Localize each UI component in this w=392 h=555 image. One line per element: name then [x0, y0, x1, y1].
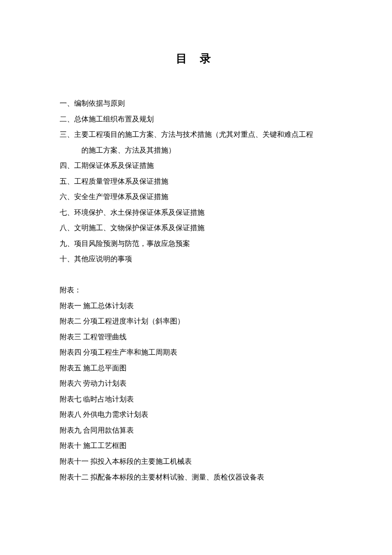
appendix-item-3: 附表三 工程管理曲线: [60, 330, 332, 345]
appendix-item-2: 附表二 分项工程进度率计划（斜率图）: [60, 314, 332, 330]
page-title: 目 录: [60, 51, 332, 66]
appendix-item-11: 附表十一 拟投入本标段的主要施工机械表: [60, 454, 332, 470]
toc-item-5: 五、工程质量管理体系及保证措施: [60, 174, 332, 190]
toc-item-4: 四、工期保证体系及保证措施: [60, 158, 332, 174]
toc-item-3-line2: 的施工方案、方法及其措施）: [60, 143, 332, 159]
toc-item-6: 六、安全生产管理体系及保证措施: [60, 189, 332, 205]
appendix-item-9: 附表九 合同用款估算表: [60, 423, 332, 439]
appendix-item-7: 附表七 临时占地计划表: [60, 392, 332, 408]
appendix-item-6: 附表六 劳动力计划表: [60, 376, 332, 392]
toc-item-7: 七、环境保护、水土保持保证体系及保证措施: [60, 205, 332, 221]
toc-item-1: 一、编制依据与原则: [60, 96, 332, 112]
toc-item-8: 八、文明施工、文物保护保证体系及保证措施: [60, 220, 332, 236]
section-separator: [60, 267, 332, 283]
appendix-item-12: 附表十二 拟配备本标段的主要材料试验、测量、质检仪器设备表: [60, 470, 332, 486]
toc-item-10: 十、其他应说明的事项: [60, 251, 332, 267]
toc-item-9: 九、项目风险预测与防范，事故应急预案: [60, 236, 332, 252]
appendix-item-5: 附表五 施工总平面图: [60, 361, 332, 376]
appendix-item-10: 附表十 施工工艺框图: [60, 438, 332, 454]
toc-item-2: 二、总体施工组织布置及规划: [60, 112, 332, 127]
appendix-header: 附表：: [60, 283, 332, 298]
toc-item-3-line1: 三、主要工程项目的施工方案、方法与技术措施（尤其对重点、关键和难点工程: [60, 127, 332, 143]
appendix-item-4: 附表四 分项工程生产率和施工周期表: [60, 345, 332, 361]
appendix-item-8: 附表八 外供电力需求计划表: [60, 407, 332, 423]
appendix-item-1: 附表一 施工总体计划表: [60, 298, 332, 314]
